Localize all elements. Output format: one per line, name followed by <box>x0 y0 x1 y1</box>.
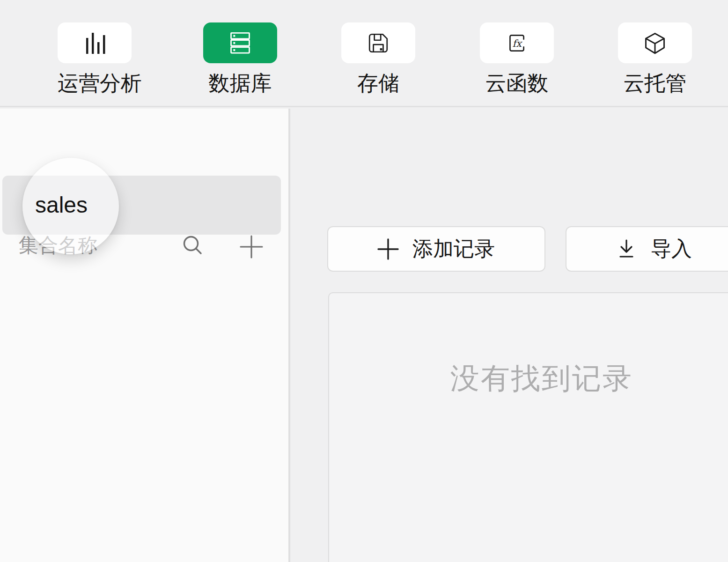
add-collection-button[interactable] <box>239 235 264 259</box>
import-button[interactable]: 导入 <box>566 226 728 272</box>
svg-text:fx: fx <box>513 38 523 49</box>
tab-storage: 存储 <box>341 22 415 95</box>
collections-sidebar: 集合名称 sales <box>0 109 290 562</box>
add-record-button[interactable]: 添加记录 <box>327 226 545 272</box>
tab-label: 数据库 <box>203 72 277 95</box>
toolbar: 运营分析 数据库 <box>0 0 728 107</box>
tab-label: 云函数 <box>480 72 554 95</box>
operation-analysis-button[interactable] <box>58 22 132 63</box>
collection-filter-placeholder: 集合名称 <box>19 233 97 258</box>
tab-label: 存储 <box>341 72 415 95</box>
database-icon <box>228 31 252 55</box>
search-collections-button[interactable] <box>180 233 204 257</box>
records-panel: 没有找到记录 <box>328 292 728 562</box>
empty-state-message: 没有找到记录 <box>450 359 633 398</box>
save-icon <box>367 31 390 55</box>
cube-icon <box>643 31 667 55</box>
tab-label: 云托管 <box>618 72 692 95</box>
cube-button[interactable] <box>618 22 692 63</box>
tab-cloud-hosting: 云托管 <box>618 22 692 95</box>
tab-database: 数据库 <box>203 22 277 95</box>
cloud-console: 运营分析 数据库 <box>0 0 728 562</box>
database-button[interactable] <box>203 22 277 63</box>
tab-cloud-functions: fx 云函数 <box>480 22 554 95</box>
search-icon <box>180 233 204 257</box>
cloud-functions-button[interactable]: fx <box>480 22 554 63</box>
download-icon <box>615 238 638 260</box>
records-area: 添加记录 导入 没有找到记录 <box>290 109 728 562</box>
import-label: 导入 <box>651 235 692 263</box>
tab-label: 运营分析 <box>58 72 132 95</box>
plus-icon <box>377 238 399 260</box>
plus-icon <box>239 235 264 259</box>
storage-button[interactable] <box>341 22 415 63</box>
bar-chart-icon <box>83 31 106 55</box>
function-icon: fx <box>505 31 529 55</box>
tab-operation-analysis: 运营分析 <box>58 22 132 95</box>
collection-name: sales <box>35 192 88 218</box>
add-record-label: 添加记录 <box>412 235 495 263</box>
